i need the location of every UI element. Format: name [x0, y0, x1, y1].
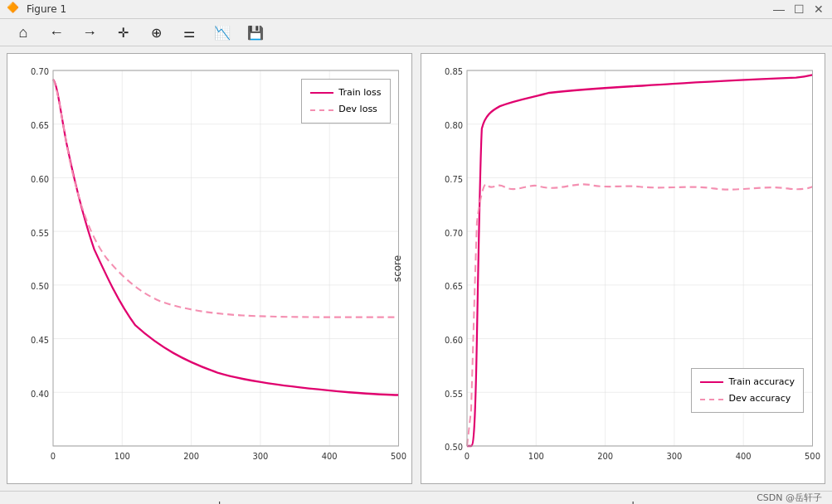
- svg-text:500: 500: [391, 451, 406, 461]
- loss-chart-inner: 0.70 0.65 0.60 0.55 0.50 0.45 0.40 0 100…: [53, 70, 399, 446]
- svg-rect-27: [53, 70, 399, 446]
- svg-text:200: 200: [183, 451, 199, 461]
- maximize-button[interactable]: ☐: [792, 2, 805, 16]
- accuracy-y-label: score: [392, 255, 403, 282]
- status-text: CSDN @岳轩子: [757, 492, 822, 504]
- status-bar: CSDN @岳轩子: [0, 491, 832, 504]
- toolbar: ⌂ ← → ✛ ⊕ ⚌ 📉 💾: [0, 19, 832, 46]
- dev-accuracy-label: Dev accuracy: [728, 390, 791, 407]
- plot-area: loss epoch: [0, 46, 832, 491]
- loss-chart: loss epoch: [7, 53, 412, 484]
- svg-text:300: 300: [666, 451, 682, 461]
- window-title: Figure 1: [27, 3, 772, 15]
- chart-edit-button[interactable]: 📉: [209, 19, 236, 46]
- loss-x-label: epoch: [194, 501, 225, 504]
- home-button[interactable]: ⌂: [10, 19, 36, 46]
- app-icon: 🔶: [7, 2, 22, 17]
- dev-loss-label: Dev loss: [338, 101, 377, 118]
- save-button[interactable]: 💾: [242, 19, 269, 46]
- svg-text:200: 200: [597, 451, 613, 461]
- dev-loss-line-sample: [310, 109, 333, 111]
- svg-text:400: 400: [735, 451, 751, 461]
- train-accuracy-label: Train accuracy: [728, 374, 795, 390]
- svg-text:0.50: 0.50: [31, 281, 49, 291]
- window-controls: — ☐ ✕: [772, 2, 825, 16]
- svg-text:0.55: 0.55: [444, 388, 462, 398]
- forward-button[interactable]: →: [76, 19, 103, 46]
- minimize-button[interactable]: —: [772, 2, 786, 16]
- svg-text:0.70: 0.70: [31, 66, 49, 76]
- pan-button[interactable]: ✛: [109, 19, 136, 46]
- dev-loss-legend-item: Dev loss: [310, 101, 381, 118]
- svg-text:0.85: 0.85: [444, 66, 462, 76]
- svg-text:0.50: 0.50: [444, 442, 462, 452]
- svg-text:0.65: 0.65: [31, 120, 49, 130]
- loss-svg: 0.70 0.65 0.60 0.55 0.50 0.45 0.40 0 100…: [53, 70, 399, 446]
- loss-legend: Train loss Dev loss: [301, 79, 390, 124]
- svg-text:300: 300: [252, 451, 268, 461]
- accuracy-chart: score epoch: [421, 53, 826, 484]
- svg-text:0.65: 0.65: [444, 281, 462, 291]
- zoom-button[interactable]: ⊕: [143, 19, 169, 46]
- accuracy-chart-inner: 0.85 0.80 0.75 0.70 0.65 0.60 0.55 0.50 …: [467, 70, 813, 446]
- accuracy-x-label: epoch: [607, 501, 638, 504]
- svg-text:0.75: 0.75: [444, 173, 462, 183]
- svg-text:500: 500: [805, 451, 820, 461]
- title-bar: 🔶 Figure 1 — ☐ ✕: [0, 0, 832, 19]
- svg-text:100: 100: [114, 451, 130, 461]
- accuracy-legend: Train accuracy Dev accuracy: [691, 368, 804, 413]
- svg-text:0: 0: [464, 451, 469, 461]
- dev-accuracy-legend-item: Dev accuracy: [700, 390, 795, 407]
- svg-text:0.70: 0.70: [444, 227, 462, 237]
- svg-text:100: 100: [528, 451, 543, 461]
- charts-container: loss epoch: [7, 53, 825, 484]
- dev-accuracy-line-sample: [700, 399, 723, 400]
- svg-text:400: 400: [322, 451, 338, 461]
- svg-text:0.80: 0.80: [444, 120, 462, 130]
- train-loss-label: Train loss: [338, 85, 381, 101]
- settings-button[interactable]: ⚌: [176, 19, 202, 46]
- svg-text:0.40: 0.40: [31, 388, 49, 398]
- train-loss-line-sample: [310, 92, 333, 94]
- train-accuracy-legend-item: Train accuracy: [700, 374, 795, 390]
- close-button[interactable]: ✕: [812, 2, 825, 16]
- svg-text:0.60: 0.60: [444, 335, 462, 345]
- main-window: 🔶 Figure 1 — ☐ ✕ ⌂ ← → ✛ ⊕ ⚌ 📉 💾 loss ep…: [0, 0, 832, 504]
- back-button[interactable]: ←: [43, 19, 70, 46]
- train-loss-legend-item: Train loss: [310, 85, 381, 101]
- svg-text:0.45: 0.45: [31, 335, 49, 345]
- svg-text:0: 0: [51, 451, 56, 461]
- train-accuracy-line-sample: [700, 381, 723, 383]
- svg-text:0.60: 0.60: [31, 173, 49, 183]
- svg-text:0.55: 0.55: [31, 227, 49, 237]
